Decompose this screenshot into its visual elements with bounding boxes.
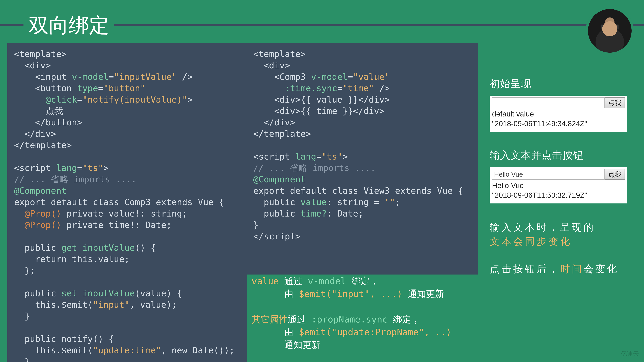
demo-button-after[interactable]: 点我 <box>605 169 625 180</box>
demo-box-after: 点我 Hello Vue "2018-09-06T11:50:32.719Z" <box>490 167 627 203</box>
demo-button-initial[interactable]: 点我 <box>605 97 625 108</box>
title-rule-right <box>114 24 644 26</box>
demo-input-initial[interactable] <box>492 97 605 108</box>
watermark: 亿速云 <box>621 350 639 358</box>
avatar-glasses-icon <box>600 24 619 29</box>
demo-heading-after: 输入文本并点击按钮 <box>490 149 627 162</box>
demo-box-initial: 点我 default value "2018-09-06T11:49:34.82… <box>490 96 627 132</box>
binding-notes: value 通过 v-model 绑定， 由 $emit("input", ..… <box>252 275 466 351</box>
code-panel-comp3: <template> <div> <input v-model="inputVa… <box>8 43 247 362</box>
demo-output-value-initial: default value <box>492 109 625 119</box>
title-bar: 双向绑定 <box>0 13 644 37</box>
demo-output-time-after: "2018-09-06T11:50:32.719Z" <box>492 190 625 200</box>
side-note-b2: 时间 <box>560 263 584 274</box>
side-note-text-sync: 输入文本时，呈现的 文本会同步变化 <box>490 220 627 248</box>
side-note-b1: 点击按钮后， <box>490 263 560 274</box>
slide-title: 双向绑定 <box>24 15 114 35</box>
code-panel-view3: <template> <div> <Comp3 v-model="value" … <box>246 43 478 275</box>
code-block-view3: <template> <div> <Comp3 v-model="value" … <box>253 48 471 242</box>
demo-column: 初始呈现 点我 default value "2018-09-06T11:49:… <box>490 77 627 289</box>
demo-output-value-after: Hello Vue <box>492 181 625 190</box>
side-note-b3: 会变化 <box>584 263 619 274</box>
demo-output-time-initial: "2018-09-06T11:49:34.824Z" <box>492 119 625 129</box>
side-note-a2: 文本会同步变化 <box>490 236 572 247</box>
title-rule-left <box>0 24 24 26</box>
demo-input-after[interactable] <box>492 169 605 180</box>
side-note-time-change: 点击按钮后，时间会变化 <box>490 262 627 276</box>
presenter-avatar <box>586 7 634 55</box>
side-note-a1: 输入文本时，呈现的 <box>490 222 595 233</box>
demo-heading-initial: 初始呈现 <box>490 77 627 91</box>
code-block-comp3: <template> <div> <input v-model="inputVa… <box>14 48 240 362</box>
